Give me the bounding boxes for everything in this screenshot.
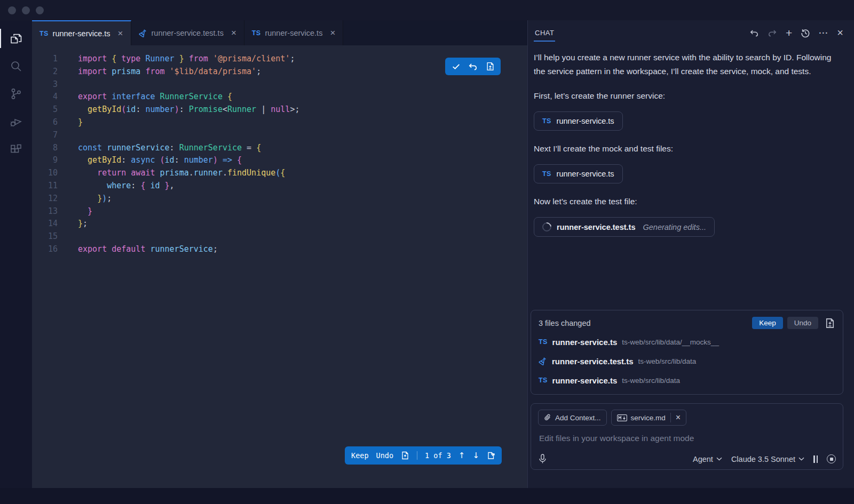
- line-number: 13: [32, 205, 58, 218]
- tab-label: runner-service.ts: [265, 29, 322, 37]
- tab-runner-service-test-ts[interactable]: runner-service.test.ts ×: [131, 20, 244, 45]
- typescript-file-icon: TS: [542, 117, 551, 125]
- chat-messages: I’ll help you create a new runner servic…: [528, 45, 854, 310]
- line-number: 5: [32, 103, 58, 116]
- open-diff-icon[interactable]: [487, 451, 495, 460]
- close-tab-icon[interactable]: ×: [118, 29, 123, 38]
- code-line[interactable]: 6}: [32, 116, 527, 129]
- files-icon: [9, 31, 23, 45]
- changed-file-row[interactable]: runner-service.test.tsts-web/src/lib/dat…: [539, 351, 835, 371]
- code-line[interactable]: 15: [32, 230, 527, 243]
- code-line[interactable]: 3: [32, 78, 527, 91]
- zoom-window-button[interactable]: [36, 6, 44, 14]
- mode-label: Agent: [693, 455, 713, 463]
- file-name: runner-service.test.ts: [552, 357, 634, 366]
- code-line[interactable]: 11 where: { id },: [32, 180, 527, 193]
- tab-runner-service-ts[interactable]: TS runner-service.ts ×: [32, 20, 131, 45]
- next-change-icon[interactable]: ↓: [472, 451, 479, 460]
- changed-file-row[interactable]: TSrunner-service.tsts-web/src/lib/data/_…: [539, 332, 835, 351]
- line-number: 7: [32, 129, 58, 142]
- sidebar-item-extensions[interactable]: [0, 135, 32, 163]
- close-panel-icon[interactable]: ×: [837, 27, 843, 39]
- code-line[interactable]: 7: [32, 129, 527, 142]
- chat-input-placeholder[interactable]: Edit files in your workspace in agent mo…: [539, 434, 836, 443]
- tab-runner-service-ts-2[interactable]: TS runner-service.ts ×: [244, 20, 344, 45]
- mode-picker[interactable]: Agent: [693, 455, 722, 463]
- markdown-icon: [617, 414, 627, 421]
- sidebar-item-explorer[interactable]: [0, 25, 32, 52]
- changed-file-row[interactable]: TSrunner-service.tsts-web/src/lib/data: [539, 371, 835, 390]
- redo-icon[interactable]: [768, 28, 777, 38]
- typescript-file-icon: TS: [39, 30, 49, 37]
- code-text: export interface RunnerService {: [58, 91, 232, 103]
- close-window-button[interactable]: [8, 6, 16, 14]
- history-icon[interactable]: [801, 28, 810, 38]
- view-diff-icon[interactable]: [825, 318, 835, 329]
- more-actions-icon[interactable]: ···: [819, 28, 828, 37]
- code-line[interactable]: 13 }: [32, 205, 527, 218]
- line-number: 1: [32, 53, 58, 66]
- remove-attachment-icon[interactable]: ×: [670, 413, 681, 422]
- file-path: ts-web/src/lib/data/__mocks__: [622, 338, 719, 346]
- keep-all-button[interactable]: Keep: [752, 317, 783, 329]
- typescript-file-icon: TS: [539, 377, 548, 384]
- undo-all-button[interactable]: Undo: [787, 317, 818, 329]
- code-line[interactable]: 8const runnerService: RunnerService = {: [32, 142, 527, 155]
- line-number: 12: [32, 193, 58, 205]
- chat-input-box[interactable]: Add Context... service.md × Edit files i…: [531, 403, 843, 470]
- code-line[interactable]: 5 getById(id: number): Promise<Runner | …: [32, 103, 527, 116]
- loading-spinner-icon: [541, 221, 553, 234]
- file-add-icon[interactable]: [483, 59, 497, 74]
- assistant-message: I’ll help you create a new runner servic…: [534, 51, 842, 78]
- tab-chat[interactable]: CHAT: [534, 25, 555, 42]
- code-text: [58, 230, 78, 243]
- undo-button[interactable]: Undo: [376, 451, 394, 460]
- file-name: runner-service.ts: [552, 376, 618, 385]
- line-number: 8: [32, 142, 58, 155]
- code-text: getById: async (id: number) => {: [58, 154, 242, 167]
- code-line[interactable]: 16export default runnerService;: [32, 243, 527, 256]
- code-text: }: [58, 116, 83, 129]
- git-branch-icon: [9, 87, 23, 101]
- sidebar-item-source-control[interactable]: [0, 80, 32, 108]
- code-line[interactable]: 10 return await prisma.runner.findUnique…: [32, 167, 527, 180]
- keep-button[interactable]: Keep: [351, 451, 369, 460]
- microphone-icon[interactable]: [538, 454, 547, 464]
- sidebar-item-run-debug[interactable]: [0, 108, 32, 135]
- add-context-button[interactable]: Add Context...: [538, 410, 607, 426]
- code-line[interactable]: 14};: [32, 218, 527, 230]
- new-chat-icon[interactable]: +: [786, 27, 792, 39]
- pause-icon[interactable]: [813, 455, 818, 463]
- file-chip-runner-service[interactable]: TS runner-service.ts: [534, 111, 623, 131]
- line-number: 4: [32, 91, 58, 103]
- close-tab-icon[interactable]: ×: [330, 28, 335, 37]
- model-picker[interactable]: Claude 3.5 Sonnet: [731, 455, 804, 463]
- previous-change-icon[interactable]: ↑: [458, 451, 465, 460]
- code-line[interactable]: 9 getById: async (id: number) => {: [32, 154, 527, 167]
- typescript-file-icon: TS: [252, 29, 261, 37]
- stop-icon[interactable]: [827, 454, 836, 463]
- test-beaker-icon: [139, 29, 147, 37]
- context-attachment-chip[interactable]: service.md ×: [611, 410, 687, 426]
- title-bar: [0, 0, 854, 20]
- files-changed-panel: 3 files changed Keep Undo TSrunner-servi…: [531, 310, 843, 395]
- assistant-message: Now let’s create the test file:: [534, 195, 842, 209]
- file-chip-runner-service-mock[interactable]: TS runner-service.ts: [534, 164, 623, 183]
- code-line[interactable]: 4export interface RunnerService {: [32, 91, 527, 103]
- minimize-window-button[interactable]: [22, 6, 30, 14]
- code-line[interactable]: 12 });: [32, 193, 527, 205]
- line-number: 11: [32, 180, 58, 193]
- close-tab-icon[interactable]: ×: [231, 28, 236, 37]
- undo-icon[interactable]: [749, 28, 759, 38]
- chevron-down-icon: [798, 457, 804, 461]
- code-editor[interactable]: 1import { type Runner } from '@prisma/cl…: [32, 45, 527, 488]
- file-chip-generating[interactable]: runner-service.test.ts Generating edits.…: [534, 217, 715, 237]
- sidebar-item-search[interactable]: [0, 52, 32, 80]
- files-changed-list: TSrunner-service.tsts-web/src/lib/data/_…: [539, 332, 835, 390]
- line-number: 6: [32, 116, 58, 129]
- discard-undo-icon[interactable]: [465, 59, 480, 74]
- accept-check-icon[interactable]: [448, 59, 463, 74]
- file-add-icon[interactable]: [401, 451, 409, 460]
- line-number: 3: [32, 78, 58, 91]
- files-changed-summary: 3 files changed: [539, 319, 591, 327]
